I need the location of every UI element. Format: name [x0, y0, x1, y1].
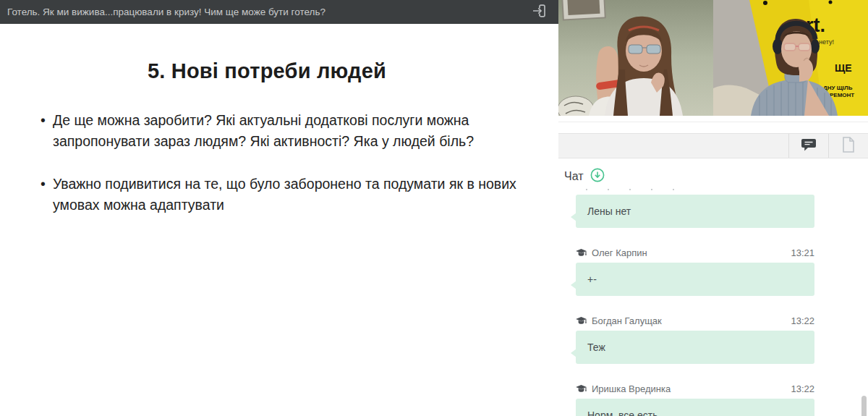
sender-name: Иришка Врединка: [592, 383, 671, 394]
presentation-title: Готель. Як ми вижива...працювали в кризу…: [7, 7, 527, 17]
chat-message: Иришка Врединка 13:22 Норм ,все есть: [576, 383, 814, 416]
sender-name: Богдан Галущак: [592, 315, 662, 326]
sender-row: Богдан Галущак 13:22: [576, 315, 814, 326]
chat-toolbar: [558, 133, 868, 158]
sender-row: Олег Карпин 13:21: [576, 247, 814, 258]
chat-header: Чат: [558, 158, 868, 189]
graduation-cap-icon: [576, 317, 587, 326]
slide-bullet: Де ще можна заробити? Які актуальні дода…: [41, 110, 516, 152]
banner-text: нету!: [819, 38, 834, 46]
message-time: 13:21: [791, 247, 814, 258]
chat-message: Олег Карпин 13:21 +-: [576, 247, 814, 296]
slide: 5. Нові потреби людей Де ще можна зароби…: [0, 24, 558, 416]
scroll-to-bottom-button[interactable]: [590, 168, 605, 185]
chat-scrollbar-thumb[interactable]: [861, 396, 867, 416]
slide-bullet: Уважно подивитися на те, що було заборон…: [41, 174, 516, 216]
graduation-cap-icon: [576, 385, 587, 394]
picture-frame: [562, 0, 605, 20]
banner-text: РЕМОНТ: [830, 92, 854, 98]
presentation-topbar: Готель. Як ми вижива...працювали в кризу…: [0, 0, 558, 24]
files-tab-button[interactable]: [828, 134, 868, 158]
slide-bullet-list: Де ще можна заробити? Які актуальні дода…: [41, 110, 516, 216]
video-tile-speaker-1: [558, 0, 713, 116]
clipped-previous-sender-row: [586, 189, 680, 192]
message-bubble: Теж: [576, 331, 814, 364]
message-time: 13:22: [791, 315, 814, 326]
message-bubble: +-: [576, 263, 814, 296]
chat-message: Лены нет: [576, 195, 814, 228]
chat-bubble-icon: [801, 137, 817, 155]
chat-tab-button[interactable]: [788, 134, 828, 158]
sender-row: Иришка Врединка 13:22: [576, 383, 814, 394]
video-tile-speaker-2: rt. нету! ЩЕ ДНУ ЩІЛЬ РЕМОНТ: [713, 0, 868, 116]
toolbar-spacer: [558, 134, 788, 158]
webinar-app: Готель. Як ми вижива...працювали в кризу…: [0, 0, 868, 416]
video-strip: rt. нету! ЩЕ ДНУ ЩІЛЬ РЕМОНТ: [558, 0, 868, 116]
message-bubble: Норм ,все есть: [576, 399, 814, 416]
sender-name: Олег Карпин: [592, 247, 647, 258]
document-icon: [842, 137, 855, 156]
slide-title: 5. Нові потреби людей: [0, 24, 558, 83]
graduation-cap-icon: [576, 249, 587, 258]
banner-text: ЩЕ: [835, 62, 852, 74]
chat-message: Богдан Галущак 13:22 Теж: [576, 315, 814, 364]
chat-message-list: Лены нет Олег Карпин 13:21 +-: [558, 189, 868, 416]
panel-divider: [558, 122, 868, 122]
presentation-area: Готель. Як ми вижива...працювали в кризу…: [0, 0, 558, 416]
message-time: 13:22: [791, 383, 814, 394]
arrow-down-circle-icon: [590, 168, 605, 185]
exit-fullscreen-button[interactable]: [527, 2, 551, 22]
message-bubble: Лены нет: [576, 195, 814, 228]
banner-text: ДНУ ЩІЛЬ: [823, 85, 853, 91]
exit-to-app-icon: [530, 2, 548, 22]
side-panel: rt. нету! ЩЕ ДНУ ЩІЛЬ РЕМОНТ: [558, 0, 868, 416]
chat-header-label: Чат: [564, 170, 584, 183]
